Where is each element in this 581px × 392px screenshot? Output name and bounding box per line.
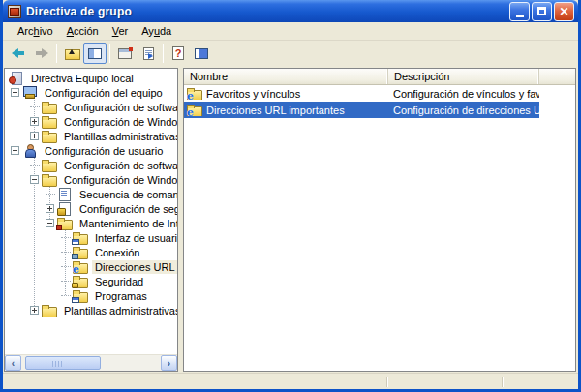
- column-header-nombre[interactable]: Nombre: [184, 69, 388, 84]
- folder-icon: [42, 173, 57, 186]
- ie-badge-icon: e: [187, 107, 194, 116]
- horizontal-scrollbar: ‹ ›: [5, 354, 177, 371]
- status-bar-divider: [502, 377, 503, 387]
- tree-item-configuracion-del-equipo[interactable]: Configuración del equipo: [5, 85, 177, 100]
- export-list-button[interactable]: [137, 43, 160, 64]
- tree-item-configuracion-de-windows-usuario[interactable]: Configuración de Windows: [5, 172, 177, 187]
- scroll-right-button[interactable]: ›: [161, 355, 177, 371]
- forward-arrow-icon: [35, 48, 48, 58]
- tree-item-configuracion-de-windows-equipo[interactable]: Configuración de Windows: [5, 114, 177, 129]
- help-button[interactable]: [167, 43, 190, 64]
- tree-item-configuracion-de-software-usuario[interactable]: Configuración de software: [5, 158, 177, 172]
- maintenance-badge-icon: [56, 225, 62, 230]
- toolbar-separator: [109, 44, 110, 63]
- tree-connector: [61, 259, 73, 274]
- tree-item-directiva-equipo-local[interactable]: Directiva Equipo local: [5, 71, 177, 85]
- scroll-left-button[interactable]: ‹: [5, 355, 21, 371]
- details-panel: Nombre Descripción e Favoritos y vínculo…: [183, 68, 576, 372]
- connection-badge-icon: [72, 254, 78, 259]
- forward-button[interactable]: [30, 43, 53, 64]
- up-one-level-button[interactable]: [60, 43, 83, 64]
- menu-ver[interactable]: Ver: [106, 23, 136, 39]
- scrollbar-thumb[interactable]: [25, 356, 101, 370]
- properties-icon: [118, 48, 132, 59]
- tree-connector: [30, 100, 42, 114]
- console-content: Directiva Equipo local Configuración del…: [3, 66, 578, 373]
- lock-folder-icon: [73, 275, 88, 287]
- window-folder-icon: [73, 231, 88, 244]
- close-button[interactable]: ✕: [554, 2, 574, 21]
- tree-item-plantillas-administrativas-usuario[interactable]: Plantillas administrativas: [5, 303, 177, 317]
- tree-item-direcciones-url[interactable]: e Direcciones URL: [5, 259, 177, 274]
- tree-item-configuracion-de-software-equipo[interactable]: Configuración de software: [5, 100, 177, 114]
- folder-icon: [42, 101, 57, 113]
- panel-view-icon: [195, 48, 208, 59]
- ie-folder-icon: e: [187, 87, 202, 100]
- expand-toggle-icon[interactable]: [30, 306, 39, 315]
- folder-icon: [42, 304, 57, 317]
- window-controls: ✕: [509, 2, 574, 21]
- collapse-toggle-icon[interactable]: [46, 219, 54, 227]
- show-hide-panel-button[interactable]: [190, 43, 213, 64]
- ie-badge-icon: e: [73, 264, 79, 274]
- back-button[interactable]: [7, 43, 30, 64]
- folder-icon: [42, 115, 57, 128]
- list-row-direcciones-url-importantes[interactable]: e Direcciones URL importantes Configurac…: [184, 102, 539, 118]
- help-icon: [172, 46, 184, 60]
- export-list-icon: [143, 47, 154, 60]
- menu-bar: Archivo Acción Ver Ayuda: [3, 22, 578, 41]
- expand-toggle-icon[interactable]: [30, 132, 39, 140]
- console-tree-panel: Directiva Equipo local Configuración del…: [4, 68, 178, 372]
- minimize-button[interactable]: [509, 2, 530, 21]
- list-item-name: Direcciones URL importantes: [206, 105, 345, 116]
- up-folder-icon: [65, 47, 79, 59]
- maximize-button[interactable]: [532, 2, 552, 21]
- ie-badge-icon: e: [187, 91, 194, 100]
- list-item-name: Favoritos y vínculos: [206, 88, 300, 100]
- group-policy-window: Directiva de grupo ✕ Archivo Acción Ver …: [0, 0, 581, 392]
- tree-item-configuracion-de-seguridad[interactable]: Configuración de seguri: [5, 201, 177, 216]
- menu-archivo[interactable]: Archivo: [11, 23, 60, 39]
- back-arrow-icon: [12, 48, 25, 58]
- properties-button[interactable]: [113, 43, 137, 64]
- group-policy-app-icon: [7, 4, 22, 18]
- console-tree: Directiva Equipo local Configuración del…: [5, 69, 177, 354]
- tree-connector: [46, 187, 57, 201]
- console-tree-icon: [88, 48, 102, 59]
- collapse-toggle-icon[interactable]: [11, 146, 19, 155]
- expand-toggle-icon[interactable]: [30, 117, 39, 126]
- list-row-favoritos-y-vinculos[interactable]: e Favoritos y vínculos Configuración de …: [184, 85, 539, 102]
- lock-badge-icon: [72, 283, 78, 288]
- ie-maintenance-folder-icon: [57, 217, 73, 229]
- window-badge-icon: [72, 239, 79, 245]
- folder-icon: [42, 159, 57, 171]
- menu-ayuda[interactable]: Ayuda: [135, 23, 178, 39]
- column-header-empty: [539, 69, 575, 84]
- tree-item-interfaz-de-usuario[interactable]: Interfaz de usuario: [5, 230, 177, 245]
- maximize-icon: [537, 7, 546, 15]
- collapse-toggle-icon[interactable]: [30, 175, 39, 184]
- ie-folder-icon: e: [187, 104, 202, 116]
- menu-accion[interactable]: Acción: [60, 23, 106, 39]
- policy-icon: [9, 72, 24, 84]
- script-icon: [57, 188, 73, 200]
- title-bar[interactable]: Directiva de grupo ✕: [3, 0, 578, 22]
- tree-item-plantillas-administrativas-equipo[interactable]: Plantillas administrativas: [5, 129, 177, 143]
- show-hide-console-tree-button[interactable]: [83, 43, 107, 64]
- list-item-description: Configuración de direcciones UR...: [388, 105, 539, 116]
- tree-item-programas[interactable]: Programas: [5, 288, 177, 303]
- tree-item-secuencia-de-comandos[interactable]: Secuencia de comandos: [5, 187, 177, 201]
- user-icon: [22, 144, 38, 157]
- tree-item-mantenimiento-de-internet[interactable]: Mantenimiento de Intern: [5, 216, 177, 230]
- tree-item-conexion[interactable]: Conexión: [5, 245, 177, 259]
- minimize-icon: [516, 15, 524, 17]
- window-title: Directiva de grupo: [26, 5, 132, 18]
- ie-folder-icon: e: [73, 260, 88, 273]
- tree-item-seguridad[interactable]: Seguridad: [5, 274, 177, 288]
- computer-icon: [22, 86, 38, 99]
- column-header-descripcion[interactable]: Descripción: [388, 69, 539, 84]
- tree-item-configuracion-de-usuario[interactable]: Configuración de usuario: [5, 143, 177, 158]
- expand-toggle-icon[interactable]: [46, 204, 54, 213]
- security-doc-icon: [57, 202, 73, 215]
- collapse-toggle-icon[interactable]: [11, 88, 19, 97]
